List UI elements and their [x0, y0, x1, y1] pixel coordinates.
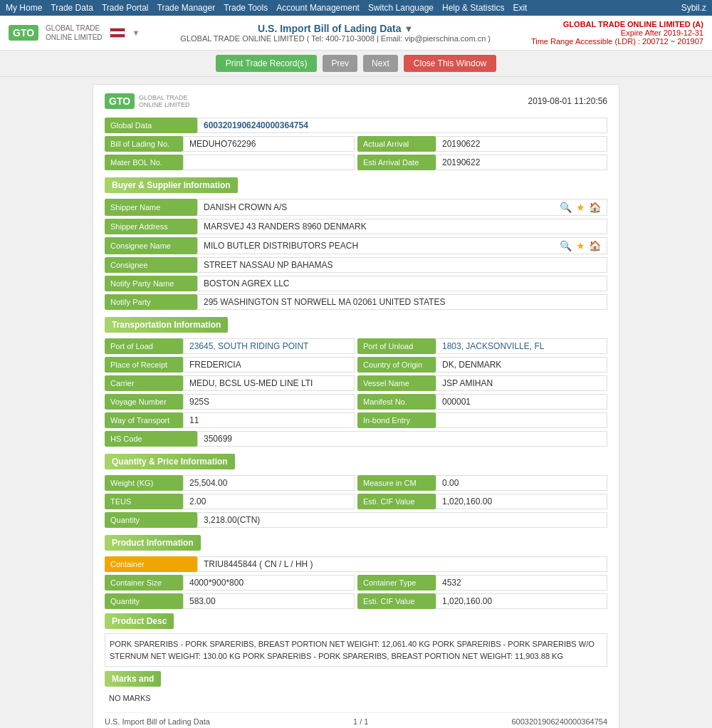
doc-footer: U.S. Import Bill of Lading Data 1 / 1 60… [105, 712, 607, 726]
qty-label: Quantity [105, 512, 197, 528]
inbond-value [436, 412, 607, 428]
notify-party-label: Notify Party [105, 294, 197, 310]
expire-date: Expire After 2019-12-31 [531, 28, 703, 37]
teus-field: TEUS 2.00 [105, 494, 355, 509]
page-title: U.S. Import Bill of Lading Data ▼ [180, 23, 491, 34]
container-type-value: 4532 [436, 575, 607, 591]
shipper-name-label: Shipper Name [105, 199, 197, 216]
vessel-value: JSP AMIHAN [436, 375, 607, 391]
nav-myhome[interactable]: My Home [6, 3, 42, 13]
next-button-top[interactable]: Next [363, 55, 398, 72]
voyage-value: 925S [183, 394, 355, 410]
master-bol-field: Mater BOL No. [105, 155, 355, 170]
container-size-field: Container Size 4000*900*800 [105, 575, 355, 591]
consignee-home-icon[interactable]: 🏠 [589, 240, 601, 251]
teus-cif-row: TEUS 2.00 Esti. CIF Value 1,020,160.00 [105, 494, 607, 509]
port-load-field: Port of Load 23645, SOUTH RIDING POINT [105, 338, 355, 354]
transport-inbond-row: Way of Transport 11 In-bond Entry [105, 412, 607, 428]
nav-accountmgmt[interactable]: Account Management [276, 3, 360, 13]
port-load-label: Port of Load [105, 338, 183, 354]
dropdown-icon[interactable]: ▼ [404, 24, 413, 34]
measure-label: Measure in CM [357, 475, 436, 491]
logo-area: GTO GLOBAL TRADEONLINE LIMITED ▼ [9, 24, 140, 42]
carrier-value: MEDU, BCSL US-MED LINE LTI [183, 375, 355, 391]
weight-field: Weight (KG) 25,504.00 [105, 475, 355, 491]
bol-arrival-row: Bill of Lading No. MEDUHO762296 Actual A… [105, 136, 607, 152]
container-size-label: Container Size [105, 575, 183, 591]
manifest-field: Manifest No. 000001 [357, 394, 607, 410]
consignee-search-icon[interactable]: 🔍 [560, 240, 572, 251]
consignee-row: Consignee STREET NASSAU NP BAHAMAS [105, 257, 607, 273]
container-value: TRIU8445844 ( CN / L / HH ) [197, 556, 607, 572]
container-type-field: Container Type 4532 [357, 575, 607, 591]
flag-label: ▼ [132, 28, 140, 37]
shipper-address-value: MARSVEJ 43 RANDERS 8960 DENMARK [197, 219, 607, 234]
buyer-supplier-header: Buyer & Supplier Information [105, 177, 238, 193]
weight-label: Weight (KG) [105, 475, 183, 491]
way-transport-value: 11 [183, 412, 355, 428]
logo-box: GTO [9, 25, 38, 41]
receipt-origin-row: Place of Receipt FREDERICIA Country of O… [105, 357, 607, 373]
master-bol-value [183, 155, 355, 170]
esti-cif-field: Esti. CIF Value 1,020,160.00 [357, 494, 607, 509]
measure-field: Measure in CM 0.00 [357, 475, 607, 491]
bol-label: Bill of Lading No. [105, 136, 183, 152]
nav-tradeportal[interactable]: Trade Portal [102, 3, 149, 13]
nav-user: Sybil.z [681, 3, 706, 13]
company-name: GLOBAL TRADE ONLINE LIMITED (A) [531, 20, 703, 28]
container-row: Container TRIU8445844 ( CN / L / HH ) [105, 556, 607, 572]
consignee-name-row: Consignee Name MILO BUTLER DISTRIBUTORS … [105, 237, 607, 254]
shipper-address-row: Shipper Address MARSVEJ 43 RANDERS 8960 … [105, 219, 607, 234]
print-button-top[interactable]: Print Trade Record(s) [216, 55, 318, 72]
qty-price-header: Quantity & Price Information [105, 454, 235, 469]
way-transport-label: Way of Transport [105, 412, 183, 428]
prod-qty-cif-row: Quantity 583.00 Esti. CIF Value 1,020,16… [105, 593, 607, 609]
ldr-range: Time Range Accessible (LDR) : 200712 ~ 2… [531, 37, 703, 46]
nav-trademanager[interactable]: Trade Manager [157, 3, 216, 13]
prod-qty-value: 583.00 [183, 593, 355, 609]
global-data-row: Global Data 6003201906240000364754 [105, 118, 607, 133]
top-action-bar: Print Trade Record(s) Prev Next Close Th… [0, 51, 712, 77]
nav-exit[interactable]: Exit [513, 3, 527, 13]
shipper-home-icon[interactable]: 🏠 [589, 202, 601, 213]
consignee-star-icon[interactable]: ★ [576, 240, 585, 251]
nav-tradedata[interactable]: Trade Data [51, 3, 93, 13]
header-contact: GLOBAL TRADE ONLINE LIMITED ( Tel: 400-7… [180, 34, 491, 43]
header-bar: GTO GLOBAL TRADEONLINE LIMITED ▼ U.S. Im… [0, 16, 712, 51]
voyage-label: Voyage Number [105, 394, 183, 410]
doc-footer-center: 1 / 1 [353, 717, 368, 726]
nav-helpstats[interactable]: Help & Statistics [442, 3, 504, 13]
voyage-manifest-row: Voyage Number 925S Manifest No. 000001 [105, 394, 607, 410]
master-bol-label: Mater BOL No. [105, 155, 183, 170]
shipper-search-icon[interactable]: 🔍 [560, 202, 572, 213]
port-load-value: 23645, SOUTH RIDING POINT [183, 338, 355, 354]
nav-tradetools[interactable]: Trade Tools [224, 3, 268, 13]
port-unload-field: Port of Unload 1803, JACKSONVILLE, FL [357, 338, 607, 354]
consignee-value: STREET NASSAU NP BAHAMAS [197, 257, 607, 273]
bol-field: Bill of Lading No. MEDUHO762296 [105, 136, 355, 152]
doc-logo-subtext: GLOBAL TRADEONLINE LIMITED [139, 94, 190, 108]
prev-button-top[interactable]: Prev [323, 55, 357, 72]
vessel-field: Vessel Name JSP AMIHAN [357, 375, 607, 391]
top-nav: My Home Trade Data Trade Portal Trade Ma… [0, 0, 712, 16]
container-type-label: Container Type [357, 575, 436, 591]
doc-footer-right: 6003201906240000364754 [511, 717, 607, 726]
weight-value: 25,504.00 [183, 475, 355, 491]
doc-logo-box: GTO [105, 93, 135, 109]
container-size-value: 4000*900*800 [183, 575, 355, 591]
consignee-name-value: MILO BUTLER DISTRIBUTORS PEACH 🔍 ★ 🏠 [197, 237, 607, 254]
notify-party-value: 295 WASHINGTON ST NORWELL MA 02061 UNITE… [197, 294, 607, 310]
container-size-type-row: Container Size 4000*900*800 Container Ty… [105, 575, 607, 591]
esti-arrival-value: 20190622 [436, 155, 607, 170]
flag-icon [110, 28, 125, 38]
measure-value: 0.00 [436, 475, 607, 491]
hs-code-row: HS Code 350699 [105, 431, 607, 447]
close-button-top[interactable]: Close This Window [404, 55, 496, 72]
shipper-star-icon[interactable]: ★ [576, 202, 585, 213]
container-label: Container [105, 556, 197, 572]
country-origin-value: DK, DENMARK [436, 357, 607, 373]
port-unload-value: 1803, JACKSONVILLE, FL [436, 338, 607, 354]
marks-block: Marks and NO MARKS [105, 671, 607, 705]
nav-switchlang[interactable]: Switch Language [368, 3, 434, 13]
place-receipt-field: Place of Receipt FREDERICIA [105, 357, 355, 373]
